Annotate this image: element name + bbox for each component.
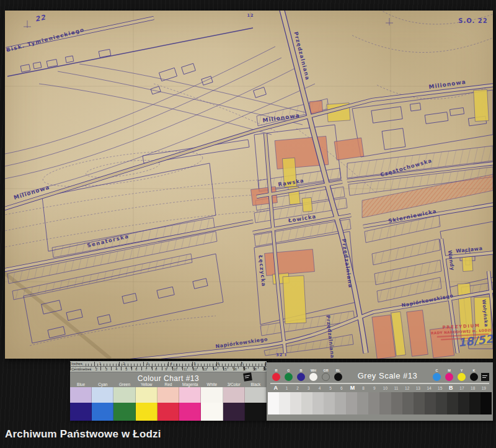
cm-number: 18 [247, 367, 257, 372]
swatch-blue-saturated [70, 403, 92, 421]
scale-step-label: 2 [292, 386, 303, 390]
cm-number: 17 [237, 367, 247, 372]
swatch-red-saturated [157, 403, 179, 421]
colour-dot-r: R [272, 369, 281, 381]
colour-chart-pale-row [70, 387, 267, 403]
colour-dot-circle-k [470, 373, 478, 381]
scale-step-label: 15 [435, 386, 446, 390]
scale-step-label: 6 [336, 386, 347, 390]
cm-number: 12 [187, 367, 197, 372]
colour-dot-bl: BL [334, 369, 343, 381]
inch-number: 7 [219, 361, 243, 366]
grey-step-7 [335, 392, 346, 414]
colour-chart-titlebar: Colour Chart #13 [70, 372, 267, 382]
swatch-cyan-saturated [92, 403, 113, 421]
inch-number: 6 [196, 361, 219, 366]
cm-number: 9 [157, 367, 167, 372]
colour-dot-circle-m [445, 373, 453, 381]
scale-step-label: 19 [478, 386, 489, 390]
cm-number: 10 [167, 367, 177, 372]
colour-dot-circle-g [285, 373, 293, 381]
grey-scale-card: RGBWHGRBL Grey Scale #13 CMYK A123456M89… [267, 362, 493, 421]
sheet-code: S.O. 22 [458, 17, 487, 24]
grey-scale-step-labels: A123456M89101112131415B171819 [270, 385, 489, 392]
swatch-label-black: Black [245, 382, 267, 387]
cm-number: 5 [117, 367, 127, 372]
scale-step-label: 5 [325, 386, 336, 390]
corner-number: 22 [34, 13, 46, 23]
swatch-label-3-color: 3/Color [223, 382, 245, 387]
colour-chart-saturated-row [70, 403, 267, 421]
swatch-green-saturated [113, 403, 135, 421]
cmyk-dots: CMYK [432, 369, 479, 381]
colour-dot-label: Y [461, 369, 463, 373]
swatch-green-pale [113, 387, 135, 403]
colour-dot-circle-bl [334, 373, 342, 381]
grey-step-4 [301, 392, 312, 414]
inch-number: 3 [125, 361, 148, 366]
inch-number: 4 [148, 361, 172, 366]
grey-step-6 [324, 392, 335, 414]
colour-dot-label: G [287, 369, 290, 373]
scale-step-label: 18 [467, 386, 479, 390]
grey-step-2 [279, 392, 290, 414]
danes-picta-logo-icon [243, 372, 252, 382]
map-drawing: Bisk. TymienieckiegoMilionowaMilionowaMi… [5, 11, 493, 359]
archive-caption: Archiwum Państwowe w Łodzi [5, 428, 161, 441]
cm-number: 13 [197, 367, 207, 372]
street-label-bisk-tymienieckiego: Bisk. Tymienieckiego [6, 26, 85, 53]
bottom-number: 32 I [276, 352, 287, 357]
ruler-inches: Inches 12345678 [70, 361, 267, 367]
colour-chart-card: Inches 12345678 Centimetres 123456789101… [70, 361, 267, 420]
ruler-centimetres-label: Centimetres [71, 367, 92, 372]
scale-step-label: 11 [391, 386, 402, 390]
grey-step-10 [368, 392, 379, 414]
scale-step-label: 3 [303, 386, 314, 390]
ruler-centimetres: Centimetres 1234567891011121314151617181… [70, 367, 267, 372]
grey-gradient-strip [268, 392, 492, 414]
scale-step-label: A [270, 385, 281, 391]
grey-step-13 [402, 392, 414, 414]
colour-dot-label: GR [323, 369, 328, 373]
inch-number: 8 [243, 361, 267, 366]
swatch-red-pale [157, 387, 179, 403]
cm-number: 4 [107, 367, 117, 372]
swatch-label-white: White [201, 382, 223, 387]
scale-step-label: 8 [358, 386, 369, 390]
rgb-dots: RGBWHGRBL [272, 369, 343, 381]
colour-dot-circle-r [272, 373, 280, 381]
scale-step-label: M [347, 385, 358, 391]
grey-step-18 [458, 392, 469, 414]
grey-step-1 [268, 392, 279, 414]
colour-dot-gr: GR [321, 369, 330, 381]
colour-dot-wh: WH [309, 369, 318, 381]
cm-number: 16 [227, 367, 237, 372]
divider [270, 383, 489, 384]
scale-step-label: 17 [456, 386, 467, 390]
cm-number: 6 [127, 367, 137, 372]
grid-number: 12 [247, 13, 254, 18]
colour-dot-c: C [432, 369, 441, 381]
swatch-magenta-pale [179, 387, 201, 403]
scale-step-label: 13 [413, 386, 424, 390]
colour-dot-k: K [469, 369, 479, 381]
scale-step-label: 9 [369, 386, 380, 390]
grey-scale-header: RGBWHGRBL Grey Scale #13 CMYK [267, 362, 493, 381]
swatch-cyan-pale [92, 387, 113, 403]
grey-step-14 [414, 392, 425, 414]
cm-number: 19 [257, 367, 267, 372]
scale-step-label: 10 [380, 386, 391, 390]
colour-dot-label: B [300, 369, 303, 373]
colour-chart-title: Colour Chart #13 [138, 374, 199, 383]
colour-dot-label: K [473, 369, 476, 373]
swatch-label-blue: Blue [70, 382, 92, 387]
swatch-white-saturated [201, 403, 223, 421]
swatch-label-cyan: Cyan [92, 382, 113, 387]
scale-step-label: 12 [402, 386, 413, 390]
cm-number: 3 [97, 367, 107, 372]
grey-step-5 [312, 392, 324, 414]
street-label-przędzalniana: Przędzalniana [340, 238, 353, 289]
scale-step-label: 4 [314, 386, 326, 390]
ruler-inches-label: Inches [71, 361, 84, 366]
colour-dot-label: C [436, 369, 438, 373]
